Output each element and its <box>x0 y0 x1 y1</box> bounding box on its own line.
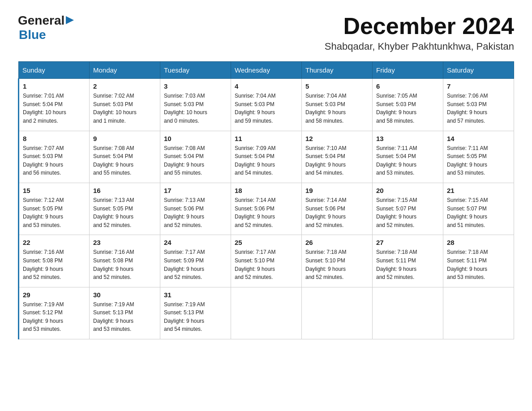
day-info: Sunrise: 7:11 AMSunset: 5:05 PMDaylight:… <box>447 145 488 176</box>
day-info: Sunrise: 7:04 AMSunset: 5:03 PMDaylight:… <box>305 93 346 124</box>
calendar-week-row: 29 Sunrise: 7:19 AMSunset: 5:12 PMDaylig… <box>19 287 514 339</box>
day-info: Sunrise: 7:12 AMSunset: 5:05 PMDaylight:… <box>23 197 64 228</box>
day-number: 21 <box>447 187 510 194</box>
col-wednesday: Wednesday <box>231 62 302 79</box>
calendar-week-row: 22 Sunrise: 7:16 AMSunset: 5:08 PMDaylig… <box>19 235 514 287</box>
calendar-week-row: 8 Sunrise: 7:07 AMSunset: 5:03 PMDayligh… <box>19 131 514 183</box>
calendar-cell <box>302 287 373 339</box>
calendar-cell: 24 Sunrise: 7:17 AMSunset: 5:09 PMDaylig… <box>160 235 231 287</box>
day-info: Sunrise: 7:02 AMSunset: 5:03 PMDaylight:… <box>93 93 137 124</box>
month-title: December 2024 <box>325 13 514 39</box>
day-info: Sunrise: 7:03 AMSunset: 5:03 PMDaylight:… <box>164 93 207 124</box>
calendar-cell: 20 Sunrise: 7:15 AMSunset: 5:07 PMDaylig… <box>373 183 443 235</box>
day-info: Sunrise: 7:14 AMSunset: 5:06 PMDaylight:… <box>235 197 275 228</box>
day-number: 24 <box>164 239 227 246</box>
calendar-cell: 31 Sunrise: 7:19 AMSunset: 5:13 PMDaylig… <box>160 287 231 339</box>
day-info: Sunrise: 7:13 AMSunset: 5:05 PMDaylight:… <box>93 197 134 228</box>
calendar-cell: 1 Sunrise: 7:01 AMSunset: 5:04 PMDayligh… <box>19 79 90 131</box>
day-number: 30 <box>93 291 156 299</box>
day-number: 23 <box>93 239 156 246</box>
calendar-cell: 3 Sunrise: 7:03 AMSunset: 5:03 PMDayligh… <box>160 79 231 131</box>
col-friday: Friday <box>373 62 443 79</box>
day-number: 15 <box>23 187 86 194</box>
day-info: Sunrise: 7:05 AMSunset: 5:03 PMDaylight:… <box>376 93 417 124</box>
day-number: 4 <box>235 82 298 90</box>
col-monday: Monday <box>90 62 160 79</box>
calendar-week-row: 15 Sunrise: 7:12 AMSunset: 5:05 PMDaylig… <box>19 183 514 235</box>
day-number: 11 <box>235 135 298 142</box>
day-info: Sunrise: 7:07 AMSunset: 5:03 PMDaylight:… <box>23 145 64 176</box>
day-info: Sunrise: 7:17 AMSunset: 5:10 PMDaylight:… <box>235 249 275 280</box>
calendar-cell: 25 Sunrise: 7:17 AMSunset: 5:10 PMDaylig… <box>231 235 302 287</box>
calendar-cell: 15 Sunrise: 7:12 AMSunset: 5:05 PMDaylig… <box>19 183 90 235</box>
day-info: Sunrise: 7:19 AMSunset: 5:12 PMDaylight:… <box>23 301 64 333</box>
day-info: Sunrise: 7:16 AMSunset: 5:08 PMDaylight:… <box>23 249 64 280</box>
day-info: Sunrise: 7:17 AMSunset: 5:09 PMDaylight:… <box>164 249 205 280</box>
day-number: 14 <box>447 135 510 142</box>
calendar-cell: 19 Sunrise: 7:14 AMSunset: 5:06 PMDaylig… <box>302 183 373 235</box>
day-number: 27 <box>376 239 439 246</box>
calendar-cell: 13 Sunrise: 7:11 AMSunset: 5:04 PMDaylig… <box>373 131 443 183</box>
calendar-week-row: 1 Sunrise: 7:01 AMSunset: 5:04 PMDayligh… <box>19 79 514 131</box>
calendar-cell: 11 Sunrise: 7:09 AMSunset: 5:04 PMDaylig… <box>231 131 302 183</box>
day-number: 28 <box>447 239 510 246</box>
title-section: December 2024 Shabqadar, Khyber Pakhtunk… <box>325 13 514 52</box>
day-info: Sunrise: 7:09 AMSunset: 5:04 PMDaylight:… <box>235 145 275 176</box>
calendar-cell: 18 Sunrise: 7:14 AMSunset: 5:06 PMDaylig… <box>231 183 302 235</box>
col-saturday: Saturday <box>443 62 514 79</box>
calendar-cell: 16 Sunrise: 7:13 AMSunset: 5:05 PMDaylig… <box>90 183 160 235</box>
day-info: Sunrise: 7:06 AMSunset: 5:03 PMDaylight:… <box>447 93 488 124</box>
day-info: Sunrise: 7:18 AMSunset: 5:11 PMDaylight:… <box>447 249 488 280</box>
day-info: Sunrise: 7:18 AMSunset: 5:11 PMDaylight:… <box>376 249 417 280</box>
day-info: Sunrise: 7:08 AMSunset: 5:04 PMDaylight:… <box>93 145 134 176</box>
calendar-cell <box>231 287 302 339</box>
svg-marker-0 <box>66 16 74 24</box>
day-info: Sunrise: 7:10 AMSunset: 5:04 PMDaylight:… <box>305 145 346 176</box>
calendar-cell: 5 Sunrise: 7:04 AMSunset: 5:03 PMDayligh… <box>302 79 373 131</box>
col-thursday: Thursday <box>302 62 373 79</box>
logo-arrow-icon <box>66 16 74 26</box>
day-number: 6 <box>376 82 439 90</box>
day-number: 25 <box>235 239 298 246</box>
day-number: 29 <box>23 291 86 299</box>
calendar-cell: 6 Sunrise: 7:05 AMSunset: 5:03 PMDayligh… <box>373 79 443 131</box>
calendar-cell: 26 Sunrise: 7:18 AMSunset: 5:10 PMDaylig… <box>302 235 373 287</box>
calendar-header-row: Sunday Monday Tuesday Wednesday Thursday… <box>19 62 514 79</box>
day-info: Sunrise: 7:15 AMSunset: 5:07 PMDaylight:… <box>376 197 417 228</box>
day-number: 12 <box>305 135 369 142</box>
calendar-cell: 28 Sunrise: 7:18 AMSunset: 5:11 PMDaylig… <box>443 235 514 287</box>
day-number: 3 <box>164 82 227 90</box>
day-number: 22 <box>23 239 86 246</box>
calendar-cell: 27 Sunrise: 7:18 AMSunset: 5:11 PMDaylig… <box>373 235 443 287</box>
day-info: Sunrise: 7:13 AMSunset: 5:06 PMDaylight:… <box>164 197 205 228</box>
day-info: Sunrise: 7:08 AMSunset: 5:04 PMDaylight:… <box>164 145 205 176</box>
day-number: 19 <box>305 187 369 194</box>
calendar-cell: 29 Sunrise: 7:19 AMSunset: 5:12 PMDaylig… <box>19 287 90 339</box>
calendar-cell: 23 Sunrise: 7:16 AMSunset: 5:08 PMDaylig… <box>90 235 160 287</box>
day-number: 20 <box>376 187 439 194</box>
col-tuesday: Tuesday <box>160 62 231 79</box>
day-number: 1 <box>23 82 86 90</box>
calendar-cell: 2 Sunrise: 7:02 AMSunset: 5:03 PMDayligh… <box>90 79 160 131</box>
calendar-cell: 10 Sunrise: 7:08 AMSunset: 5:04 PMDaylig… <box>160 131 231 183</box>
day-number: 17 <box>164 187 227 194</box>
calendar-cell: 8 Sunrise: 7:07 AMSunset: 5:03 PMDayligh… <box>19 131 90 183</box>
calendar-cell <box>373 287 443 339</box>
day-number: 18 <box>235 187 298 194</box>
calendar-cell: 4 Sunrise: 7:04 AMSunset: 5:03 PMDayligh… <box>231 79 302 131</box>
col-sunday: Sunday <box>19 62 90 79</box>
calendar-table: Sunday Monday Tuesday Wednesday Thursday… <box>18 61 514 339</box>
calendar-cell: 7 Sunrise: 7:06 AMSunset: 5:03 PMDayligh… <box>443 79 514 131</box>
logo-general-text: General <box>18 13 64 28</box>
calendar-cell: 14 Sunrise: 7:11 AMSunset: 5:05 PMDaylig… <box>443 131 514 183</box>
day-info: Sunrise: 7:04 AMSunset: 5:03 PMDaylight:… <box>235 93 275 124</box>
day-info: Sunrise: 7:01 AMSunset: 5:04 PMDaylight:… <box>23 93 66 124</box>
logo-blue-text: Blue <box>19 28 46 42</box>
calendar-cell: 17 Sunrise: 7:13 AMSunset: 5:06 PMDaylig… <box>160 183 231 235</box>
calendar-cell <box>443 287 514 339</box>
day-number: 5 <box>305 82 369 90</box>
day-info: Sunrise: 7:15 AMSunset: 5:07 PMDaylight:… <box>447 197 488 228</box>
day-info: Sunrise: 7:16 AMSunset: 5:08 PMDaylight:… <box>93 249 134 280</box>
day-number: 31 <box>164 291 227 299</box>
calendar-cell: 30 Sunrise: 7:19 AMSunset: 5:13 PMDaylig… <box>90 287 160 339</box>
